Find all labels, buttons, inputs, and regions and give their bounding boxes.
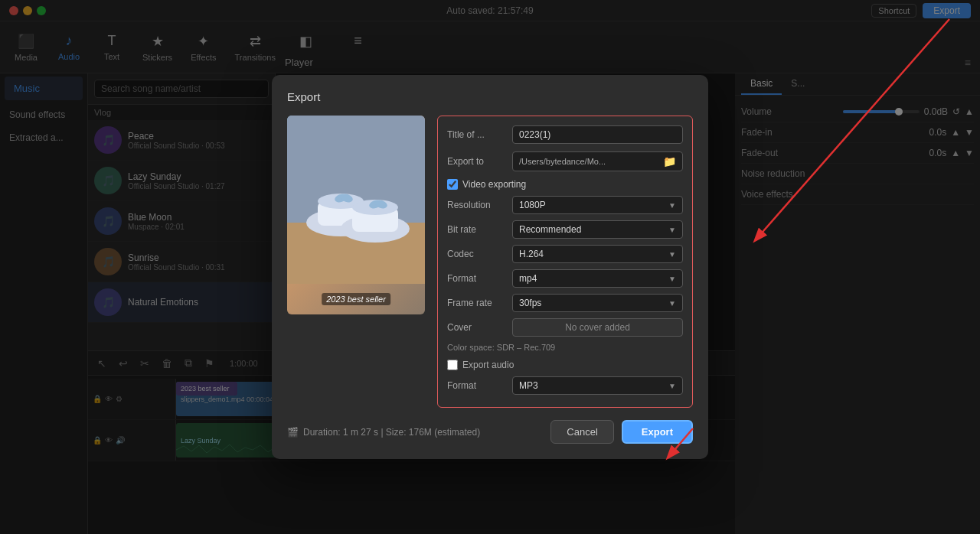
cover-button[interactable]: No cover added — [512, 318, 683, 337]
frame-rate-value: 30fps — [519, 298, 541, 308]
video-exporting-label: Video exporting — [462, 179, 526, 190]
export-to-label: Export to — [447, 156, 512, 167]
bitrate-arrow-icon: ▼ — [668, 226, 676, 234]
export-audio-row: Export audio — [447, 360, 683, 370]
codec-label: Codec — [447, 249, 512, 259]
audio-format-row: Format MP3 ▼ — [447, 376, 683, 395]
settings-box: Title of ... Export to /Users/bytedance/… — [437, 116, 693, 408]
title-input[interactable] — [512, 125, 683, 144]
duration-text: Duration: 1 m 27 s | Size: 176M (estimat… — [303, 427, 480, 438]
bitrate-row: Bit rate Recommended ▼ — [447, 220, 683, 239]
cover-value: No cover added — [565, 322, 630, 333]
export-button[interactable]: Export — [622, 420, 693, 444]
preview-image: 2023 best seller — [287, 116, 425, 314]
resolution-row: Resolution 1080P ▼ — [447, 196, 683, 214]
cover-label: Cover — [447, 322, 512, 333]
export-to-row: Export to /Users/bytedance/Mo... 📁 — [447, 151, 683, 171]
video-exporting-checkbox[interactable] — [447, 179, 458, 190]
export-modal: Export — [272, 75, 708, 459]
modal-actions: Cancel Export — [550, 420, 693, 444]
modal-settings: Title of ... Export to /Users/bytedance/… — [437, 116, 693, 408]
audio-format-arrow-icon: ▼ — [668, 382, 676, 390]
codec-select[interactable]: H.264 ▼ — [512, 245, 683, 263]
resolution-select[interactable]: 1080P ▼ — [512, 196, 683, 214]
title-field-label: Title of ... — [447, 129, 512, 140]
modal-body: 2023 best seller Title of ... Export to … — [287, 116, 693, 408]
title-field-row: Title of ... — [447, 125, 683, 144]
codec-arrow-icon: ▼ — [668, 250, 676, 259]
bitrate-label: Bit rate — [447, 224, 512, 235]
format-value: mp4 — [519, 273, 537, 284]
frame-rate-label: Frame rate — [447, 298, 512, 308]
modal-title: Export — [287, 90, 693, 103]
frame-rate-row: Frame rate 30fps ▼ — [447, 294, 683, 312]
bitrate-select[interactable]: Recommended ▼ — [512, 220, 683, 239]
cancel-button[interactable]: Cancel — [550, 420, 613, 444]
format-select[interactable]: mp4 ▼ — [512, 269, 683, 288]
export-audio-label: Export audio — [462, 360, 514, 370]
codec-value: H.264 — [519, 249, 544, 259]
modal-preview: 2023 best seller — [287, 116, 425, 408]
video-exporting-row: Video exporting — [447, 179, 683, 190]
modal-footer: 🎬 Duration: 1 m 27 s | Size: 176M (estim… — [287, 420, 693, 444]
format-label: Format — [447, 273, 512, 284]
codec-row: Codec H.264 ▼ — [447, 245, 683, 263]
export-path-field[interactable]: /Users/bytedance/Mo... 📁 — [512, 151, 683, 171]
duration-icon: 🎬 — [287, 427, 299, 438]
audio-format-select[interactable]: MP3 ▼ — [512, 376, 683, 395]
export-audio-checkbox[interactable] — [447, 360, 458, 370]
audio-format-value: MP3 — [519, 380, 538, 391]
frame-rate-select[interactable]: 30fps ▼ — [512, 294, 683, 312]
audio-format-label: Format — [447, 380, 512, 391]
folder-icon[interactable]: 📁 — [663, 155, 676, 168]
resolution-arrow-icon: ▼ — [668, 201, 676, 210]
color-space-note: Color space: SDR – Rec.709 — [447, 343, 683, 352]
cover-row: Cover No cover added — [447, 318, 683, 337]
format-arrow-icon: ▼ — [668, 275, 676, 283]
resolution-label: Resolution — [447, 200, 512, 210]
format-row: Format mp4 ▼ — [447, 269, 683, 288]
frame-rate-arrow-icon: ▼ — [668, 299, 676, 308]
preview-caption: 2023 best seller — [322, 293, 390, 305]
duration-info: 🎬 Duration: 1 m 27 s | Size: 176M (estim… — [287, 427, 480, 438]
resolution-value: 1080P — [519, 200, 546, 210]
export-path-text: /Users/bytedance/Mo... — [519, 157, 606, 166]
bitrate-value: Recommended — [519, 224, 581, 235]
